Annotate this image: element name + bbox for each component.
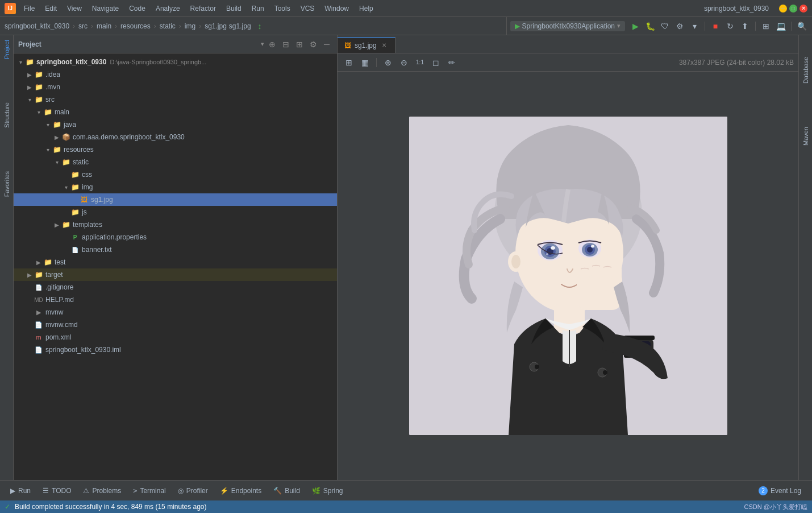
layout-button[interactable]: ⊞ xyxy=(759,19,773,33)
minimize-button[interactable]: ─ xyxy=(779,5,787,13)
stop-button[interactable]: ■ xyxy=(709,19,722,33)
tree-item-mvnw[interactable]: ▶ mvnw xyxy=(14,306,337,318)
sidebar-tab-project[interactable]: Project xyxy=(1,35,13,64)
problems-tab-label: Problems xyxy=(92,487,121,495)
menu-file[interactable]: File xyxy=(19,3,39,14)
fit-content-button[interactable]: ◻ xyxy=(429,56,443,69)
folder-icon-js: 📁 xyxy=(70,208,80,217)
tree-item-mvnwcmd[interactable]: 📄 mvnw.cmd xyxy=(14,318,337,331)
menu-code[interactable]: Code xyxy=(124,3,150,14)
profiler-tab-icon: ◎ xyxy=(178,487,184,495)
tree-path-root: D:\java-Springboot\0930_springb... xyxy=(110,59,206,65)
breadcrumb-main[interactable]: main xyxy=(97,22,111,30)
terminal-button[interactable]: 💻 xyxy=(774,19,788,33)
profile-button[interactable]: ⚙ xyxy=(673,19,686,33)
bottom-tab-event-log[interactable]: 2 Event Log xyxy=(753,481,807,501)
coverage-button[interactable]: 🛡 xyxy=(658,19,672,33)
locate-file-button[interactable]: ⊕ xyxy=(266,39,278,50)
menu-navigate[interactable]: Navigate xyxy=(88,3,123,14)
tree-item-templates[interactable]: ▶ 📁 templates xyxy=(14,218,337,231)
tree-item-idea[interactable]: ▶ 📁 .idea xyxy=(14,68,337,81)
zoom-out-button[interactable]: ⊖ xyxy=(397,56,411,69)
actual-size-button[interactable]: 1:1 xyxy=(413,56,427,69)
bottom-tab-endpoints[interactable]: ⚡ Endpoints xyxy=(214,481,268,501)
tree-item-test[interactable]: ▶ 📁 test xyxy=(14,256,337,268)
bottom-tab-todo[interactable]: ☰ TODO xyxy=(37,481,77,501)
tree-item-root[interactable]: ▾ 📁 springboot_ktlx_0930 D:\java-Springb… xyxy=(14,56,337,68)
fit-page-button[interactable]: ⊞ xyxy=(342,56,356,69)
grid-button[interactable]: ▦ xyxy=(358,56,372,69)
expand-button[interactable]: ⊞ xyxy=(294,39,305,50)
tree-item-sg1[interactable]: 🖼 sg1.jpg xyxy=(14,193,337,206)
debug-button[interactable]: 🐛 xyxy=(643,19,657,33)
menu-vcs[interactable]: VCS xyxy=(296,3,319,14)
image-display xyxy=(409,117,727,435)
svg-rect-19 xyxy=(591,259,601,280)
tree-item-static[interactable]: ▾ 📁 static xyxy=(14,156,337,168)
menu-window[interactable]: Window xyxy=(320,3,353,14)
tree-item-iml[interactable]: 📄 springboot_ktlx_0930.iml xyxy=(14,344,337,356)
tree-item-img[interactable]: ▾ 📁 img xyxy=(14,181,337,193)
tree-item-java[interactable]: ▾ 📁 java xyxy=(14,118,337,131)
tab-close-sg1[interactable]: ✕ xyxy=(380,42,388,49)
menu-edit[interactable]: Edit xyxy=(40,3,61,14)
bottom-tab-spring[interactable]: 🌿 Spring xyxy=(306,481,349,501)
run-config-name: SpringbootKtlx0930Application xyxy=(522,22,615,30)
menu-view[interactable]: View xyxy=(63,3,86,14)
menu-tools[interactable]: Tools xyxy=(270,3,295,14)
breadcrumb-resources[interactable]: resources xyxy=(120,22,151,30)
tree-item-application[interactable]: P application.properties xyxy=(14,231,337,243)
breadcrumb-img[interactable]: img xyxy=(185,22,195,30)
sidebar-tab-structure[interactable]: Structure xyxy=(1,98,13,133)
sidebar-tab-database[interactable]: Database xyxy=(800,52,811,88)
reload-button[interactable]: ↻ xyxy=(723,19,737,33)
bottom-tab-run[interactable]: ▶ Run xyxy=(5,481,37,501)
endpoints-tab-icon: ⚡ xyxy=(220,487,228,495)
maximize-button[interactable]: □ xyxy=(789,5,797,13)
settings-button[interactable]: ⚙ xyxy=(307,39,319,50)
tree-label-resources: resources xyxy=(64,146,94,154)
collapse-all-button[interactable]: ⊟ xyxy=(280,39,292,50)
tree-item-pom[interactable]: m pom.xml xyxy=(14,331,337,344)
menu-help[interactable]: Help xyxy=(355,3,378,14)
tree-item-mvn[interactable]: ▶ 📁 .mvn xyxy=(14,81,337,93)
run-button[interactable]: ▶ xyxy=(628,19,642,33)
edit-button[interactable]: ✏ xyxy=(445,56,459,69)
tree-item-banner[interactable]: 📄 banner.txt xyxy=(14,243,337,256)
menu-build[interactable]: Build xyxy=(222,3,246,14)
tree-item-main[interactable]: ▾ 📁 main xyxy=(14,106,337,118)
close-button[interactable]: ✕ xyxy=(799,5,807,13)
menu-analyze[interactable]: Analyze xyxy=(151,3,185,14)
folder-icon-root: 📁 xyxy=(25,57,34,67)
tree-item-help[interactable]: MD HELP.md xyxy=(14,293,337,306)
tree-item-target[interactable]: ▶ 📁 target xyxy=(14,268,337,281)
editor-tab-sg1[interactable]: 🖼 sg1.jpg ✕ xyxy=(338,37,395,53)
status-csdn: CSDN @小丫头爱打瞌 xyxy=(744,503,807,511)
tree-item-com[interactable]: ▶ 📦 com.aaa.demo.springboot_ktlx_0930 xyxy=(14,131,337,143)
close-panel-button[interactable]: ─ xyxy=(321,39,332,50)
tree-item-src[interactable]: ▾ 📁 src xyxy=(14,93,337,106)
breadcrumb-root[interactable]: springboot_ktlx_0930 xyxy=(5,22,69,30)
zoom-in-button[interactable]: ⊕ xyxy=(381,56,395,69)
tree-item-js[interactable]: 📁 js xyxy=(14,206,337,218)
run-config-dropdown[interactable]: ▾ xyxy=(617,22,621,30)
update-button[interactable]: ⬆ xyxy=(738,19,752,33)
breadcrumb-src[interactable]: src xyxy=(78,22,88,30)
menu-refactor[interactable]: Refactor xyxy=(186,3,220,14)
search-everywhere-button[interactable]: 🔍 xyxy=(795,19,809,33)
tree-item-resources[interactable]: ▾ 📁 resources xyxy=(14,143,337,156)
run-configuration[interactable]: ▶ SpringbootKtlx0930Application ▾ xyxy=(510,21,625,31)
git-icon[interactable]: ↕ xyxy=(258,22,262,31)
tree-item-gitignore[interactable]: 📄 .gitignore xyxy=(14,281,337,293)
bottom-tab-terminal[interactable]: > Terminal xyxy=(127,481,172,501)
sidebar-tab-favorites[interactable]: Favorites xyxy=(1,167,13,201)
more-run-button[interactable]: ▾ xyxy=(688,19,701,33)
menu-run[interactable]: Run xyxy=(247,3,269,14)
bottom-tab-build[interactable]: 🔨 Build xyxy=(268,481,306,501)
tree-item-css[interactable]: 📁 css xyxy=(14,168,337,181)
sidebar-tab-maven[interactable]: Maven xyxy=(800,122,811,150)
breadcrumb-file[interactable]: sg1.jpgsg1.jpg xyxy=(205,22,251,30)
bottom-tab-problems[interactable]: ⚠ Problems xyxy=(77,481,127,501)
breadcrumb-static[interactable]: static xyxy=(160,22,176,30)
bottom-tab-profiler[interactable]: ◎ Profiler xyxy=(172,481,214,501)
